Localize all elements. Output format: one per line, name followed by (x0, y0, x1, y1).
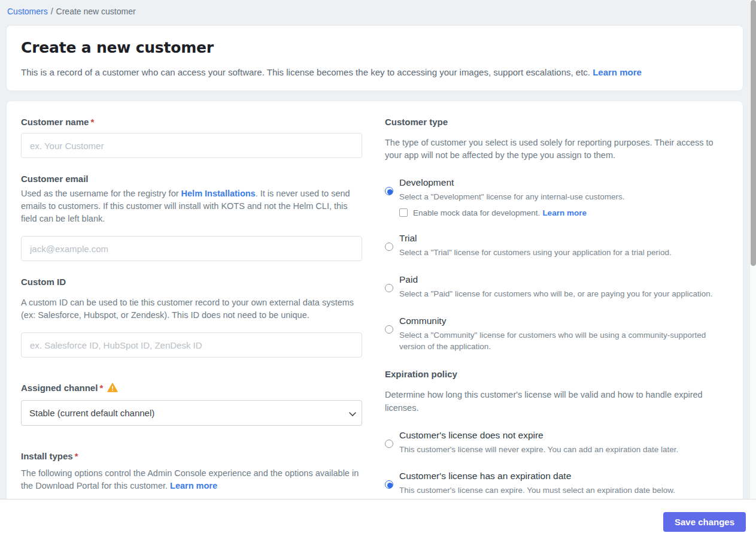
option-body: Customer's license has an expiration dat… (399, 471, 718, 496)
header-learn-more-link[interactable]: Learn more (593, 67, 642, 77)
customer-name-label: Customer name* (21, 117, 362, 127)
expiration-option-has-date: Customer's license has an expiration dat… (385, 471, 718, 496)
option-desc-has-date: This customer's license can expire. You … (399, 485, 718, 496)
mock-data-label: Enable mock data for development.Learn m… (413, 208, 587, 217)
required-asterisk: * (99, 383, 103, 393)
radio-license-no-expire[interactable] (385, 440, 393, 448)
customer-type-label: Customer type (385, 117, 718, 127)
helm-installations-link[interactable]: Helm Installations (181, 189, 256, 198)
customer-type-option-trial: Trial Select a "Trial" license for custo… (385, 233, 718, 259)
option-desc-trial: Select a "Trial" license for customers u… (399, 247, 718, 259)
warning-triangle-icon (107, 383, 118, 394)
option-title-paid: Paid (399, 274, 718, 285)
mock-data-label-text: Enable mock data for development. (413, 208, 540, 217)
expiration-policy-help: Determine how long this customer's licen… (385, 389, 718, 414)
customer-email-help: Used as the username for the registry fo… (21, 187, 362, 225)
breadcrumb: Customers/Create new customer (0, 0, 756, 22)
radio-trial[interactable] (385, 243, 393, 251)
option-body: Development Select a "Development" licen… (399, 177, 718, 217)
expiration-option-no-expire: Customer's license does not expire This … (385, 430, 718, 456)
radio-development[interactable] (385, 187, 393, 195)
customer-type-option-community: Community Select a "Community" license f… (385, 316, 718, 353)
enable-mock-data-checkbox[interactable] (399, 208, 408, 217)
form-left-column: Customer name* Customer email Used as th… (21, 117, 362, 504)
save-changes-button[interactable]: Save changes (663, 512, 746, 532)
radio-community[interactable] (385, 325, 393, 334)
customer-email-label: Customer email (21, 174, 362, 184)
required-asterisk: * (75, 451, 78, 461)
breadcrumb-customers-link[interactable]: Customers (7, 7, 48, 16)
customer-type-option-development: Development Select a "Development" licen… (385, 177, 718, 217)
scrollbar-track[interactable] (749, 0, 756, 499)
form-footer-bar: Save changes (0, 499, 756, 542)
assigned-channel-select[interactable]: Stable (current default channel) (21, 400, 362, 426)
install-types-help: The following options control the Admin … (21, 467, 362, 492)
option-title-community: Community (399, 316, 718, 326)
assigned-channel-label: Assigned channel* (21, 383, 362, 394)
breadcrumb-separator: / (51, 7, 53, 16)
option-title-trial: Trial (399, 233, 718, 244)
scrollbar-thumb[interactable] (751, 0, 756, 266)
customer-type-help: The type of customer you select is used … (385, 137, 718, 162)
customer-name-input[interactable] (21, 133, 362, 158)
option-title-no-expire: Customer's license does not expire (399, 430, 718, 441)
page-description: This is a record of a customer who can a… (21, 66, 728, 78)
option-title-development: Development (399, 177, 718, 188)
option-body: Community Select a "Community" license f… (399, 316, 718, 353)
expiration-policy-label: Expiration policy (385, 369, 718, 379)
option-body: Customer's license does not expire This … (399, 430, 718, 456)
form-right-column: Customer type The type of customer you s… (385, 117, 718, 504)
page-description-text: This is a record of a customer who can a… (21, 67, 590, 77)
custom-id-input[interactable] (21, 332, 362, 358)
option-desc-no-expire: This customer's license will never expir… (399, 444, 718, 456)
option-body: Paid Select a "Paid" license for custome… (399, 274, 718, 300)
install-types-learn-more-link[interactable]: Learn more (170, 481, 217, 490)
customer-email-input[interactable] (21, 236, 362, 261)
option-body: Trial Select a "Trial" license for custo… (399, 233, 718, 259)
breadcrumb-current: Create new customer (56, 7, 136, 16)
option-desc-paid: Select a "Paid" license for customers wh… (399, 289, 718, 300)
option-title-has-date: Customer's license has an expiration dat… (399, 471, 718, 482)
mock-data-learn-more-link[interactable]: Learn more (542, 208, 587, 217)
customer-form-card: Customer name* Customer email Used as th… (6, 101, 743, 520)
page-title: Create a new customer (21, 39, 728, 56)
option-desc-development: Select a "Development" license for any i… (399, 192, 718, 203)
customer-type-option-paid: Paid Select a "Paid" license for custome… (385, 274, 718, 300)
email-help-before: Used as the username for the registry fo… (21, 189, 181, 198)
custom-id-help: A custom ID can be used to tie this cust… (21, 296, 362, 322)
required-asterisk: * (90, 117, 94, 127)
radio-paid[interactable] (385, 284, 393, 292)
mock-data-row: Enable mock data for development.Learn m… (399, 208, 718, 217)
create-customer-page: Customers/Create new customer Create a n… (0, 0, 756, 542)
radio-license-has-expiration[interactable] (385, 480, 393, 489)
install-types-label: Install types* (21, 451, 362, 461)
option-desc-community: Select a "Community" license for custome… (399, 330, 718, 353)
customer-name-label-text: Customer name (21, 117, 89, 127)
assigned-channel-label-text: Assigned channel (21, 383, 98, 393)
custom-id-label: Custom ID (21, 277, 362, 287)
install-types-label-text: Install types (21, 451, 73, 461)
page-header-card: Create a new customer This is a record o… (6, 25, 743, 91)
